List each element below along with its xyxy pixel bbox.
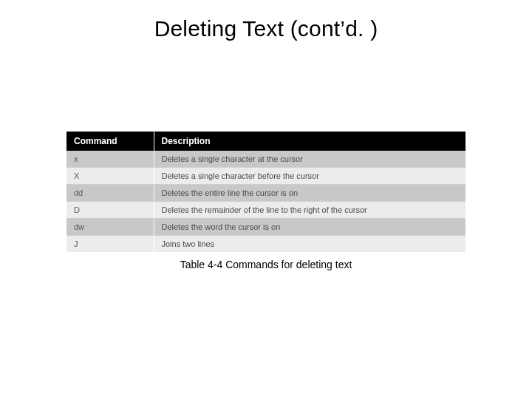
header-description: Description bbox=[154, 132, 466, 151]
page-title: Deleting Text (cont’d. ) bbox=[0, 16, 532, 41]
cell-description: Deletes a single character before the cu… bbox=[154, 168, 466, 185]
cell-description: Deletes a single character at the cursor bbox=[154, 151, 466, 168]
table-header-row: Command Description bbox=[66, 132, 466, 151]
cell-command: X bbox=[66, 168, 154, 185]
slide: Deleting Text (cont’d. ) Command Descrip… bbox=[0, 0, 532, 399]
cell-description: Deletes the word the cursor is on bbox=[154, 219, 466, 236]
table-row: x Deletes a single character at the curs… bbox=[66, 151, 466, 168]
cell-command: D bbox=[66, 202, 154, 219]
cell-description: Joins two lines bbox=[154, 236, 466, 253]
table-row: J Joins two lines bbox=[66, 236, 466, 253]
cell-command: dd bbox=[66, 185, 154, 202]
command-table-wrap: Command Description x Deletes a single c… bbox=[66, 132, 466, 252]
table-row: dw Deletes the word the cursor is on bbox=[66, 219, 466, 236]
header-command: Command bbox=[66, 132, 154, 151]
cell-command: J bbox=[66, 236, 154, 253]
table-row: dd Deletes the entire line the cursor is… bbox=[66, 185, 466, 202]
table-row: X Deletes a single character before the … bbox=[66, 168, 466, 185]
table-row: D Deletes the remainder of the line to t… bbox=[66, 202, 466, 219]
table-caption: Table 4‑4 Commands for deleting text bbox=[0, 259, 532, 270]
command-table: Command Description x Deletes a single c… bbox=[66, 132, 466, 252]
cell-description: Deletes the entire line the cursor is on bbox=[154, 185, 466, 202]
cell-command: dw bbox=[66, 219, 154, 236]
cell-command: x bbox=[66, 151, 154, 168]
cell-description: Deletes the remainder of the line to the… bbox=[154, 202, 466, 219]
